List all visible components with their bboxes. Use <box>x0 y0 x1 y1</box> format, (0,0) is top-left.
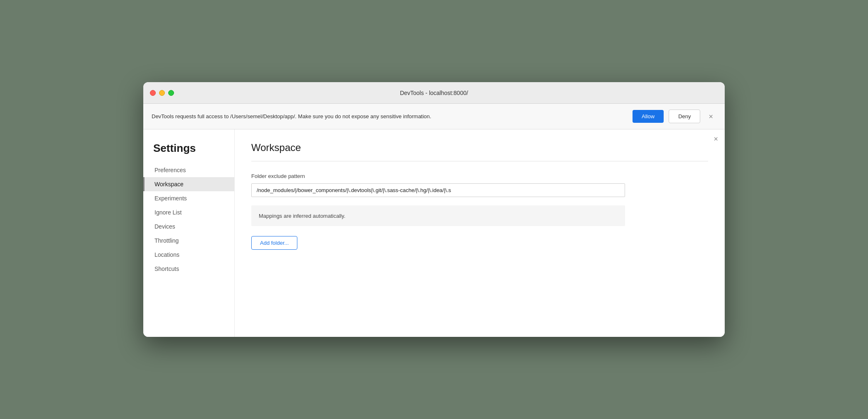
sidebar-item-ignore-list[interactable]: Ignore List <box>143 205 234 219</box>
sidebar-item-label: Throttling <box>154 237 179 244</box>
folder-exclude-input[interactable] <box>251 183 625 197</box>
sidebar-item-label: Devices <box>154 223 175 230</box>
sidebar-item-workspace[interactable]: Workspace <box>143 177 234 191</box>
permission-message: DevTools requests full access to /Users/… <box>152 113 628 119</box>
maximize-button[interactable] <box>168 90 174 96</box>
folder-exclude-label: Folder exclude pattern <box>251 173 708 179</box>
traffic-lights <box>150 90 174 96</box>
sidebar-item-label: Experiments <box>154 195 187 202</box>
sidebar-item-label: Preferences <box>154 167 186 173</box>
permission-bar: DevTools requests full access to /Users/… <box>143 104 725 129</box>
title-bar: DevTools - localhost:8000/ <box>143 82 725 104</box>
workspace-panel: Workspace Folder exclude pattern Mapping… <box>235 129 725 337</box>
deny-button[interactable]: Deny <box>669 110 700 123</box>
sidebar: Settings Preferences Workspace Experimen… <box>143 129 235 337</box>
sidebar-item-preferences[interactable]: Preferences <box>143 163 234 177</box>
minimize-button[interactable] <box>159 90 165 96</box>
window-title: DevTools - localhost:8000/ <box>400 90 468 96</box>
settings-panel: × Settings Preferences Workspace Experim… <box>143 129 725 337</box>
close-button[interactable] <box>150 90 156 96</box>
allow-button[interactable]: Allow <box>633 110 664 123</box>
mappings-info-text: Mappings are inferred automatically. <box>259 213 346 219</box>
sidebar-item-label: Workspace <box>154 181 184 188</box>
sidebar-item-locations[interactable]: Locations <box>143 248 234 262</box>
sidebar-title: Settings <box>143 142 234 163</box>
permission-close-button[interactable]: × <box>705 111 716 122</box>
devtools-window: DevTools - localhost:8000/ DevTools requ… <box>143 82 725 337</box>
mappings-info-box: Mappings are inferred automatically. <box>251 205 625 226</box>
sidebar-item-label: Locations <box>154 251 179 258</box>
sidebar-item-label: Ignore List <box>154 209 181 216</box>
panel-divider <box>251 161 708 161</box>
sidebar-item-experiments[interactable]: Experiments <box>143 191 234 205</box>
sidebar-item-devices[interactable]: Devices <box>143 219 234 234</box>
settings-close-button[interactable]: × <box>714 135 718 143</box>
sidebar-item-label: Shortcuts <box>154 266 179 272</box>
panel-title: Workspace <box>251 142 708 153</box>
add-folder-button[interactable]: Add folder... <box>251 236 297 250</box>
sidebar-item-throttling[interactable]: Throttling <box>143 234 234 248</box>
sidebar-item-shortcuts[interactable]: Shortcuts <box>143 262 234 276</box>
